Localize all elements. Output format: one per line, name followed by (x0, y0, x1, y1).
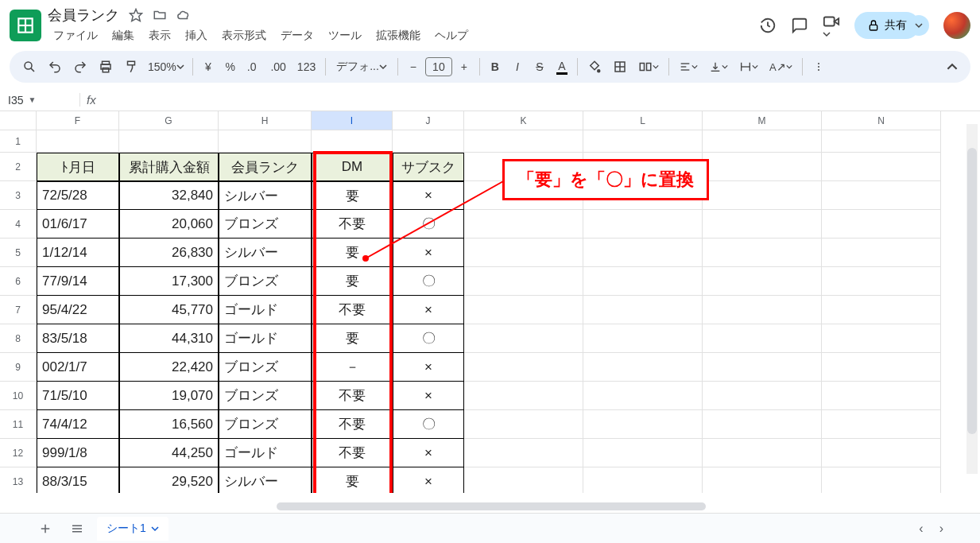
row-header-9[interactable]: 9 (0, 353, 37, 382)
cell-N7[interactable] (822, 296, 941, 324)
cell-K9[interactable] (464, 353, 583, 382)
cell-M8[interactable] (703, 324, 822, 353)
sheet-tab-1[interactable]: シート1 (97, 517, 168, 541)
row-header-4[interactable]: 4 (0, 210, 37, 239)
row-header-6[interactable]: 6 (0, 267, 37, 296)
user-avatar[interactable] (943, 12, 970, 39)
cell-G9[interactable]: 22,420 (119, 353, 219, 382)
cell-H7[interactable]: ゴールド (219, 296, 312, 324)
all-sheets-button[interactable] (65, 517, 89, 541)
add-sheet-button[interactable] (33, 517, 57, 541)
row-header-12[interactable]: 12 (0, 439, 37, 467)
cell-J9[interactable]: × (393, 353, 464, 382)
font-size-input[interactable]: 10 (425, 57, 452, 76)
cell-K6[interactable] (464, 267, 583, 296)
menu-view[interactable]: 表示 (143, 26, 176, 45)
merge-button[interactable] (633, 56, 664, 78)
cell-H2[interactable]: 会員ランク (219, 153, 312, 181)
decrease-decimal-button[interactable]: .0 (242, 56, 265, 78)
cell-F6[interactable]: 77/9/14 (37, 267, 119, 296)
cell-M11[interactable] (703, 410, 822, 439)
formula-input[interactable] (103, 89, 980, 111)
cell-G4[interactable]: 20,060 (119, 210, 219, 239)
cell-G5[interactable]: 26,830 (119, 239, 219, 267)
cell-J13[interactable]: × (393, 467, 464, 493)
cell-N10[interactable] (822, 382, 941, 410)
col-header-H[interactable]: H (219, 111, 312, 130)
cell-M12[interactable] (703, 439, 822, 467)
cell-N1[interactable] (822, 130, 941, 153)
row-header-13[interactable]: 13 (0, 467, 37, 493)
cell-G3[interactable]: 32,840 (119, 181, 219, 210)
cell-F4[interactable]: 01/6/17 (37, 210, 119, 239)
cell-I7[interactable]: 不要 (312, 296, 393, 324)
menu-file[interactable]: ファイル (48, 26, 103, 45)
increase-decimal-button[interactable]: .00 (265, 56, 290, 78)
cell-H8[interactable]: ゴールド (219, 324, 312, 353)
fill-color-button[interactable] (583, 56, 606, 78)
cell-G13[interactable]: 29,520 (119, 467, 219, 493)
col-header-L[interactable]: L (583, 111, 703, 130)
zoom-dropdown[interactable]: 150% (145, 56, 188, 78)
print-button[interactable] (94, 56, 118, 78)
menu-tools[interactable]: ツール (323, 26, 367, 45)
more-button[interactable] (808, 56, 830, 78)
cell-K10[interactable] (464, 382, 583, 410)
redo-button[interactable] (68, 56, 92, 78)
history-icon[interactable] (759, 17, 777, 34)
cell-L1[interactable] (583, 130, 703, 153)
cell-J7[interactable]: × (393, 296, 464, 324)
cell-F10[interactable]: 71/5/10 (37, 382, 119, 410)
cell-M6[interactable] (703, 267, 822, 296)
cell-I13[interactable]: 要 (312, 467, 393, 493)
cell-J10[interactable]: × (393, 382, 464, 410)
undo-button[interactable] (43, 56, 67, 78)
italic-button[interactable]: I (507, 56, 528, 78)
cell-J12[interactable]: × (393, 439, 464, 467)
cell-J2[interactable]: サブスク (393, 153, 464, 181)
cell-G8[interactable]: 44,310 (119, 324, 219, 353)
cell-J1[interactable] (393, 130, 464, 153)
sheet-nav-left[interactable]: ‹ (914, 517, 928, 541)
cell-M2[interactable] (703, 153, 822, 181)
cell-F1[interactable] (37, 130, 119, 153)
row-header-1[interactable]: 1 (0, 130, 37, 153)
grid[interactable]: FGHIJKLMN 12345678910111213 ﾄ月日累計購入金額会員ラ… (0, 111, 980, 493)
cell-M1[interactable] (703, 130, 822, 153)
menu-help[interactable]: ヘルプ (429, 26, 474, 45)
menu-insert[interactable]: 挿入 (180, 26, 213, 45)
cell-M4[interactable] (703, 210, 822, 239)
share-dropdown[interactable] (908, 15, 929, 36)
cell-H1[interactable] (219, 130, 312, 153)
cell-F5[interactable]: 1/12/14 (37, 239, 119, 267)
row-header-11[interactable]: 11 (0, 410, 37, 439)
row-header-5[interactable]: 5 (0, 239, 37, 267)
cell-L7[interactable] (583, 296, 703, 324)
menu-extensions[interactable]: 拡張機能 (370, 26, 426, 45)
star-icon[interactable] (129, 8, 143, 22)
cell-F3[interactable]: 72/5/28 (37, 181, 119, 210)
row-header-7[interactable]: 7 (0, 296, 37, 324)
cell-G7[interactable]: 45,770 (119, 296, 219, 324)
cell-H11[interactable]: ブロンズ (219, 410, 312, 439)
col-header-F[interactable]: F (37, 111, 119, 130)
cell-L12[interactable] (583, 439, 703, 467)
cell-I11[interactable]: 不要 (312, 410, 393, 439)
row-header-10[interactable]: 10 (0, 382, 37, 410)
cell-H10[interactable]: ブロンズ (219, 382, 312, 410)
cell-I9[interactable]: － (312, 353, 393, 382)
cell-N11[interactable] (822, 410, 941, 439)
cell-L5[interactable] (583, 239, 703, 267)
cell-N5[interactable] (822, 239, 941, 267)
cell-J8[interactable]: 〇 (393, 324, 464, 353)
name-box[interactable]: I35 ▼ (0, 94, 79, 107)
decrease-font-button[interactable]: − (403, 56, 424, 78)
cell-F7[interactable]: 95/4/22 (37, 296, 119, 324)
cell-G11[interactable]: 16,560 (119, 410, 219, 439)
more-formats-button[interactable]: 123 (292, 56, 320, 78)
cell-K7[interactable] (464, 296, 583, 324)
cell-N12[interactable] (822, 439, 941, 467)
cell-H3[interactable]: シルバー (219, 181, 312, 210)
cell-L8[interactable] (583, 324, 703, 353)
text-color-button[interactable]: A (552, 56, 572, 78)
